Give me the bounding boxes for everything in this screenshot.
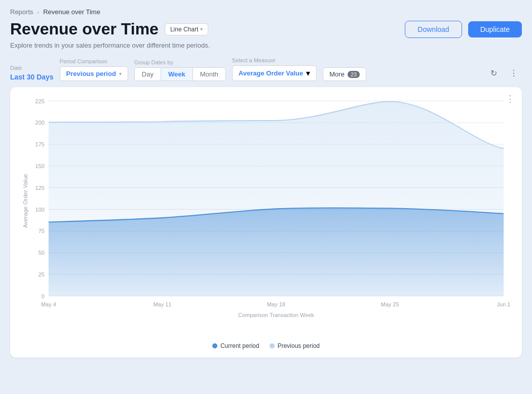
group-week-button[interactable]: Week: [161, 68, 193, 81]
download-button[interactable]: Download: [405, 21, 462, 38]
measure-value: Average Order Value: [239, 69, 303, 77]
svg-text:Average Order Value: Average Order Value: [22, 174, 28, 228]
svg-text:200: 200: [35, 120, 45, 126]
legend-previous-dot: [270, 343, 275, 348]
action-buttons: Download Duplicate: [405, 21, 522, 38]
group-month-button[interactable]: Month: [193, 68, 225, 81]
filters-row: Date Last 30 Days Period Comparison Prev…: [10, 57, 522, 81]
legend-current-dot: [212, 343, 217, 348]
svg-text:May 25: May 25: [381, 301, 399, 307]
period-comparison-dropdown[interactable]: Previous period ▾: [60, 66, 128, 81]
ellipsis-vertical-icon: ⋮: [510, 68, 518, 78]
svg-text:Comparison Transaction Week: Comparison Transaction Week: [238, 312, 314, 318]
chart-svg: 0 25 50 75 100 125 150 175 200 225 Avera…: [18, 95, 514, 338]
svg-text:May 11: May 11: [153, 301, 171, 307]
breadcrumb: Reports › Revenue over Time: [10, 8, 522, 16]
refresh-button[interactable]: ↻: [485, 65, 502, 81]
chevron-down-icon: ▾: [200, 26, 203, 32]
more-filter-label: [323, 59, 366, 65]
group-dates-buttons: Day Week Month: [134, 67, 226, 81]
date-filter-value[interactable]: Last 30 Days: [10, 73, 54, 81]
chevron-down-icon: ▾: [306, 68, 310, 78]
more-options-button[interactable]: ⋮: [506, 65, 522, 81]
breadcrumb-reports-link[interactable]: Reports: [10, 8, 33, 16]
title-group: Revenue over Time Line Chart ▾: [10, 20, 208, 38]
svg-text:25: 25: [39, 271, 45, 278]
chart-wrapper: 0 25 50 75 100 125 150 175 200 225 Avera…: [18, 95, 514, 338]
measure-label: Select a Measure: [232, 57, 317, 63]
chart-card-menu-button[interactable]: ⋮: [506, 93, 515, 104]
chart-card: ⋮: [10, 87, 522, 358]
icon-buttons: ↻ ⋮: [485, 65, 522, 81]
refresh-icon: ↻: [490, 68, 497, 78]
legend-previous-label: Previous period: [278, 342, 320, 349]
period-comparison-value: Previous period: [66, 70, 116, 77]
svg-text:May 18: May 18: [267, 301, 285, 307]
breadcrumb-separator: ›: [37, 9, 40, 15]
group-dates-section: Group Dates by Day Week Month: [134, 59, 226, 81]
date-filter-group: Date Last 30 Days: [10, 65, 54, 81]
header-row: Revenue over Time Line Chart ▾ Download …: [10, 20, 522, 38]
page-title: Revenue over Time: [10, 20, 159, 38]
legend-previous-period: Previous period: [270, 342, 320, 349]
breadcrumb-current: Revenue over Time: [43, 8, 100, 16]
svg-text:175: 175: [35, 141, 45, 147]
svg-text:0: 0: [42, 293, 45, 299]
page-subtitle: Explore trends in your sales performance…: [10, 42, 522, 49]
more-button[interactable]: More 23: [323, 67, 366, 81]
group-dates-label: Group Dates by: [134, 59, 226, 65]
chart-legend: Current period Previous period: [18, 342, 514, 349]
date-filter-label: Date: [10, 65, 54, 71]
more-count-badge: 23: [348, 71, 360, 78]
duplicate-button[interactable]: Duplicate: [468, 21, 522, 37]
svg-text:100: 100: [35, 206, 45, 212]
measure-dropdown[interactable]: Average Order Value ▾: [232, 65, 317, 81]
svg-text:May 4: May 4: [41, 301, 56, 307]
svg-text:125: 125: [35, 185, 45, 191]
period-comparison-label: Period Comparison: [60, 58, 128, 64]
chevron-down-icon: ▾: [119, 71, 122, 76]
ellipsis-vertical-icon: ⋮: [506, 94, 515, 104]
chart-type-button[interactable]: Line Chart ▾: [165, 23, 208, 35]
period-comparison-group: Period Comparison Previous period ▾: [60, 58, 128, 81]
svg-text:Jun 1: Jun 1: [497, 301, 511, 307]
svg-text:50: 50: [39, 250, 45, 256]
legend-current-period: Current period: [212, 342, 259, 349]
svg-text:75: 75: [39, 228, 45, 234]
svg-text:225: 225: [35, 98, 45, 104]
more-label: More: [329, 70, 345, 78]
legend-current-label: Current period: [220, 342, 259, 349]
chart-type-label: Line Chart: [170, 26, 198, 33]
measure-section: Select a Measure Average Order Value ▾: [232, 57, 317, 81]
svg-text:150: 150: [35, 163, 45, 169]
more-filter-group: More 23: [323, 59, 366, 81]
group-day-button[interactable]: Day: [135, 68, 161, 81]
